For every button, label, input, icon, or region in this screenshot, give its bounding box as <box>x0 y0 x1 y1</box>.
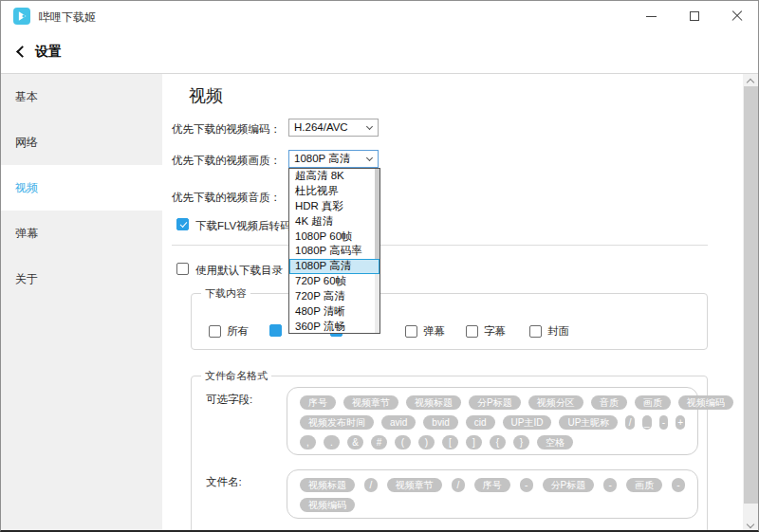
field-tag[interactable]: 视频编码 <box>678 395 733 410</box>
scroll-up-icon[interactable] <box>747 79 754 86</box>
filename-tag[interactable]: / <box>364 478 378 492</box>
close-button[interactable] <box>715 1 758 31</box>
filename-tag[interactable]: - <box>603 478 617 492</box>
field-tag[interactable]: [ <box>442 435 458 449</box>
field-tag[interactable]: bvid <box>423 415 457 430</box>
sidebar-item[interactable]: 弹幕 <box>1 211 162 256</box>
filename-tag[interactable]: 视频标题 <box>300 478 355 492</box>
audio-quality-label: 优先下载的视频音质： <box>172 191 281 205</box>
checkbox[interactable] <box>466 325 478 338</box>
download-content-legend: 下载内容 <box>201 286 250 301</box>
checkbox[interactable] <box>269 324 282 337</box>
field-tag[interactable]: - <box>659 415 669 430</box>
pill-row: ,.&#()[]{}空格 <box>300 435 685 449</box>
pill-row: 视频编码 <box>300 498 685 512</box>
main-scrollbar[interactable] <box>743 74 759 532</box>
filename-tag[interactable]: - <box>520 478 533 492</box>
scrollbar-thumb[interactable] <box>744 86 758 504</box>
quality-select-value: 1080P 高清 <box>294 151 350 167</box>
chevron-down-icon <box>366 155 373 161</box>
flv-transcode-checkbox[interactable] <box>176 218 189 230</box>
scroll-down-icon[interactable] <box>747 521 754 528</box>
field-tag[interactable]: 视频分区 <box>528 395 583 410</box>
default-dir-checkbox[interactable] <box>176 263 189 275</box>
filename-tag[interactable]: 序号 <box>474 478 510 492</box>
flv-transcode-label: 下载FLV视频后转码 <box>195 219 291 233</box>
filename-tag[interactable]: 画质 <box>626 478 662 492</box>
field-tag[interactable]: 序号 <box>300 395 336 410</box>
app-logo-icon <box>13 8 30 25</box>
field-tag[interactable]: / <box>625 415 635 430</box>
filename-tag[interactable]: 视频编码 <box>300 498 355 512</box>
quality-select[interactable]: 1080P 高清 <box>288 150 379 168</box>
field-tag[interactable]: , <box>300 435 316 449</box>
field-tag[interactable]: ( <box>395 435 411 449</box>
field-tag[interactable]: + <box>676 415 685 430</box>
field-tag[interactable]: { <box>490 435 506 449</box>
minimize-icon <box>646 16 657 17</box>
codec-label: 优先下载的视频编码： <box>172 122 281 137</box>
dropdown-option[interactable]: 720P 高清 <box>289 289 380 304</box>
download-content-group: 下载内容 所有 弹幕 字幕 <box>191 293 708 350</box>
checkbox[interactable] <box>529 325 542 338</box>
filename-tag[interactable]: 分P标题 <box>543 478 595 492</box>
field-tag[interactable]: 空格 <box>537 435 573 449</box>
filename-tag[interactable]: - <box>672 478 685 492</box>
field-tag[interactable]: 分P标题 <box>469 395 521 410</box>
checkbox-label: 封面 <box>547 324 569 339</box>
checkbox-label: 所有 <box>227 324 249 339</box>
checkbox[interactable] <box>209 325 221 338</box>
filename-label: 文件名: <box>206 475 242 489</box>
dropdown-option[interactable]: 杜比视界 <box>289 184 380 199</box>
field-tag[interactable]: UP主ID <box>503 415 552 430</box>
field-tag[interactable]: # <box>371 435 387 449</box>
field-tag[interactable]: & <box>347 435 363 449</box>
settings-sidebar: 基本 网络 视频 弹幕 关于 <box>1 74 162 532</box>
back-icon[interactable] <box>16 46 28 58</box>
dropdown-option[interactable]: 720P 60帧 <box>289 274 380 289</box>
field-tag[interactable]: _ <box>642 415 652 430</box>
codec-select[interactable]: H.264/AVC <box>288 119 379 137</box>
page-header-title: 设置 <box>35 44 62 61</box>
field-tag[interactable]: } <box>513 435 529 449</box>
dropdown-option[interactable]: 超高清 8K <box>289 169 380 184</box>
dropdown-option[interactable]: 1080P 高清 <box>289 259 380 274</box>
field-tag[interactable]: 视频发布时间 <box>300 415 374 430</box>
maximize-button[interactable] <box>673 1 715 31</box>
field-tag[interactable]: cid <box>466 415 495 430</box>
field-tag[interactable]: ) <box>418 435 435 449</box>
pill-row: 视频发布时间avidbvidcidUP主IDUP主昵称/_-+ <box>300 415 685 430</box>
dropdown-option[interactable]: 1080P 高码率 <box>289 244 380 259</box>
field-tag[interactable]: 视频标题 <box>406 395 461 410</box>
download-content-option: 弹幕 <box>405 324 445 339</box>
sidebar-item[interactable]: 网络 <box>1 119 162 165</box>
dropdown-option[interactable]: 1080P 60帧 <box>289 229 380 245</box>
sidebar-item[interactable]: 关于 <box>1 256 162 302</box>
download-content-option <box>269 324 287 337</box>
section-title: 视频 <box>189 84 223 107</box>
dropdown-option[interactable]: 360P 流畅 <box>289 320 380 335</box>
dropdown-option[interactable]: 4K 超清 <box>289 214 380 229</box>
field-tag[interactable]: ] <box>466 435 482 449</box>
optional-fields-label: 可选字段: <box>206 393 252 407</box>
dropdown-option[interactable]: HDR 真彩 <box>289 199 380 214</box>
window-title: 哔哩下载姬 <box>39 9 96 26</box>
codec-select-value: H.264/AVC <box>294 119 348 136</box>
field-tag[interactable]: UP主昵称 <box>559 415 618 430</box>
field-tag[interactable]: . <box>324 435 340 449</box>
field-tag[interactable]: 视频章节 <box>343 395 398 410</box>
field-tag[interactable]: 画质 <box>635 395 671 410</box>
sidebar-item[interactable]: 视频 <box>1 165 162 211</box>
field-tag[interactable]: avid <box>381 415 416 430</box>
filename-tag[interactable]: / <box>452 478 465 492</box>
default-dir-label: 使用默认下载目录 <box>195 264 283 278</box>
pill-row: 视频标题/视频章节/序号-分P标题-画质- <box>300 478 685 492</box>
field-tag[interactable]: 音质 <box>591 395 627 410</box>
minimize-button[interactable] <box>630 1 673 31</box>
download-content-option: 所有 <box>209 324 249 339</box>
filename-tag[interactable]: 视频章节 <box>387 478 442 492</box>
checkbox[interactable] <box>405 325 417 338</box>
sidebar-item[interactable]: 基本 <box>1 74 162 119</box>
settings-header: 设置 <box>1 31 758 74</box>
dropdown-option[interactable]: 480P 清晰 <box>289 304 380 320</box>
